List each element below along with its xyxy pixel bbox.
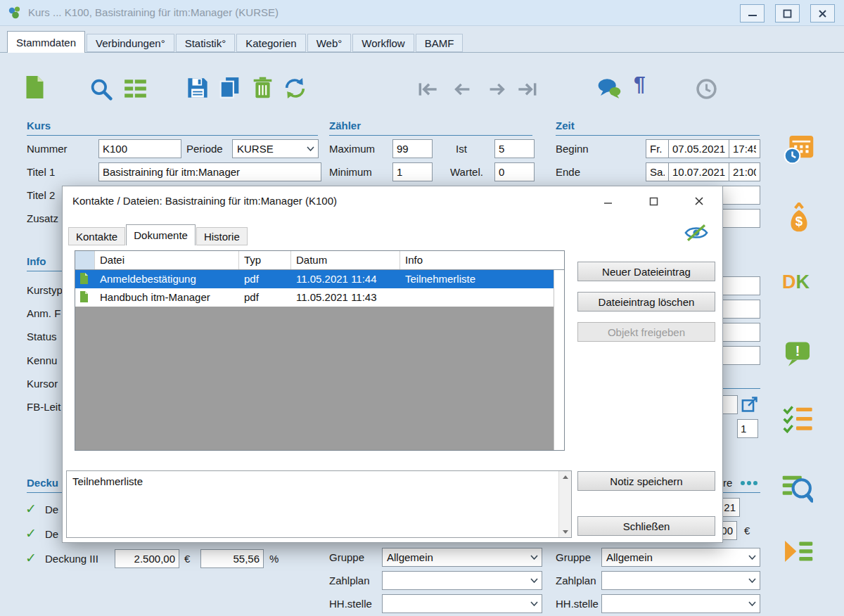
checkmark-icon: ✓ — [25, 525, 37, 541]
tab-bamf[interactable]: BAMF — [416, 34, 463, 52]
beginn-date-field[interactable] — [668, 139, 729, 158]
ende-time-field[interactable] — [729, 162, 760, 181]
ende-date-field[interactable] — [668, 162, 729, 181]
scroll-down-button[interactable] — [559, 526, 571, 537]
minimum-field[interactable] — [392, 162, 433, 181]
table-row-anmeldebestaetigung[interactable]: Anmeldebestätigung pdf 11.05.2021 11:44 … — [75, 270, 564, 288]
close-dialog-button[interactable]: Schließen — [577, 516, 715, 536]
cell-typ: pdf — [239, 270, 291, 288]
note-area[interactable]: Teilnehmerliste — [66, 470, 572, 538]
ende-day-field[interactable] — [646, 162, 669, 181]
hhstelle-select[interactable] — [382, 594, 542, 613]
dk-logo-button[interactable]: DK — [782, 271, 810, 293]
tab-verbindungen[interactable]: Verbindungen° — [87, 34, 174, 52]
wartel-field[interactable] — [494, 162, 535, 181]
table-scrollbar[interactable] — [554, 270, 564, 450]
nav-prev-button[interactable] — [453, 82, 471, 97]
hhstelle-select[interactable] — [601, 594, 760, 613]
beginn-day-field[interactable] — [646, 139, 669, 158]
close-button[interactable] — [810, 4, 835, 23]
calendar-clock-button[interactable] — [783, 134, 815, 165]
tab-stammdaten[interactable]: Stammdaten — [7, 31, 85, 53]
minimize-button[interactable] — [740, 4, 765, 23]
nummer-label: Nummer — [27, 143, 68, 155]
ende-label: Ende — [556, 166, 580, 178]
dialog-maximize-button[interactable] — [641, 192, 666, 210]
open-external-button[interactable] — [741, 396, 758, 413]
tab-kontakte[interactable]: Kontakte — [68, 227, 125, 245]
delete-file-entry-button[interactable]: Dateieintrag löschen — [577, 292, 715, 312]
list-view-button[interactable] — [124, 79, 146, 98]
title-bar: Kurs ... K100, Basistraining für itm:Man… — [0, 0, 844, 26]
cell-info: Teilnehmerliste — [400, 270, 564, 288]
save-button[interactable] — [187, 77, 208, 98]
zusatz-label: Zusatz — [27, 212, 58, 224]
documents-table: Datei Typ Datum Info Anmeldebestätigung … — [75, 250, 565, 451]
euro-unit-label: € — [184, 553, 190, 565]
jump-list-button[interactable] — [782, 536, 814, 567]
note-scrollbar[interactable] — [558, 471, 571, 537]
finance-button[interactable]: $ — [785, 203, 813, 233]
titel1-field[interactable] — [98, 162, 321, 181]
nav-last-button[interactable] — [518, 82, 537, 97]
nav-next-button[interactable] — [488, 82, 506, 97]
nav-first-button[interactable] — [418, 82, 437, 97]
scroll-up-button[interactable] — [559, 471, 571, 482]
app-logo-icon — [7, 5, 23, 20]
more-options-button[interactable] — [740, 480, 758, 486]
nummer-field[interactable] — [98, 139, 181, 158]
refresh-icon — [283, 77, 307, 99]
delete-button[interactable] — [253, 77, 272, 98]
kursort-label: Kursor — [27, 378, 58, 390]
tab-historie[interactable]: Historie — [196, 227, 248, 245]
save-note-button[interactable]: Notiz speichern — [577, 471, 715, 491]
tab-dokumente[interactable]: Dokumente — [126, 224, 196, 245]
hide-preview-button[interactable] — [684, 223, 708, 243]
main-tab-bar: Stammdaten Verbindungen° Statistik° Kate… — [7, 31, 464, 53]
deckung3-betrag-field[interactable] — [115, 549, 179, 568]
checklist-button[interactable] — [782, 404, 813, 433]
comment-icon — [598, 78, 621, 98]
dialog-close-button[interactable] — [686, 192, 712, 210]
new-record-button[interactable] — [25, 76, 44, 98]
beginn-time-field[interactable] — [729, 139, 760, 158]
refresh-button[interactable] — [283, 77, 307, 99]
cell-typ: pdf — [239, 288, 291, 307]
search-list-button[interactable] — [781, 471, 813, 503]
count-field[interactable] — [737, 419, 758, 438]
tab-web[interactable]: Web° — [307, 34, 352, 52]
nav-prev-icon — [453, 82, 471, 97]
table-row-handbuch[interactable]: Handbuch itm-Manager pdf 11.05.2021 11:4… — [75, 288, 564, 307]
deckung3-quote-field[interactable] — [200, 549, 264, 568]
gruppe-value: Allgemein — [387, 551, 530, 563]
copy-button[interactable] — [219, 77, 240, 98]
gruppe-select[interactable]: Allgemein — [382, 548, 542, 567]
tab-kategorien[interactable]: Kategorien — [236, 34, 306, 52]
search-icon — [89, 77, 113, 101]
release-object-button: Objekt freigeben — [577, 322, 715, 342]
search-button[interactable] — [89, 77, 113, 101]
tab-workflow[interactable]: Workflow — [352, 34, 414, 52]
comments-button[interactable] — [598, 78, 621, 98]
titel2-label: Titel 2 — [27, 189, 55, 201]
cell-datum: 11.05.2021 11:44 — [291, 270, 400, 288]
percent-unit-label: % — [269, 553, 279, 565]
periode-select[interactable]: KURSE — [232, 139, 319, 158]
kennung-label: Kennu — [27, 354, 57, 366]
alert-note-button[interactable]: ! — [784, 340, 812, 367]
minimize-icon — [748, 9, 757, 18]
maximum-field[interactable] — [392, 139, 433, 158]
history-button[interactable] — [696, 79, 717, 99]
gruppe-select[interactable]: Allgemein — [601, 548, 760, 567]
maximum-label: Maximum — [329, 143, 375, 155]
new-file-entry-button[interactable]: Neuer Dateieintrag — [577, 262, 715, 281]
dialog-minimize-button[interactable] — [595, 192, 620, 210]
alert-bubble-icon: ! — [784, 340, 812, 367]
maximize-button[interactable] — [775, 4, 800, 23]
pilcrow-button[interactable]: ¶ — [634, 73, 646, 94]
zahlplan-select[interactable] — [601, 571, 760, 590]
triangle-up-icon — [563, 475, 568, 479]
ist-field[interactable] — [494, 139, 535, 158]
zahlplan-select[interactable] — [382, 571, 542, 590]
tab-statistik[interactable]: Statistik° — [176, 34, 236, 52]
